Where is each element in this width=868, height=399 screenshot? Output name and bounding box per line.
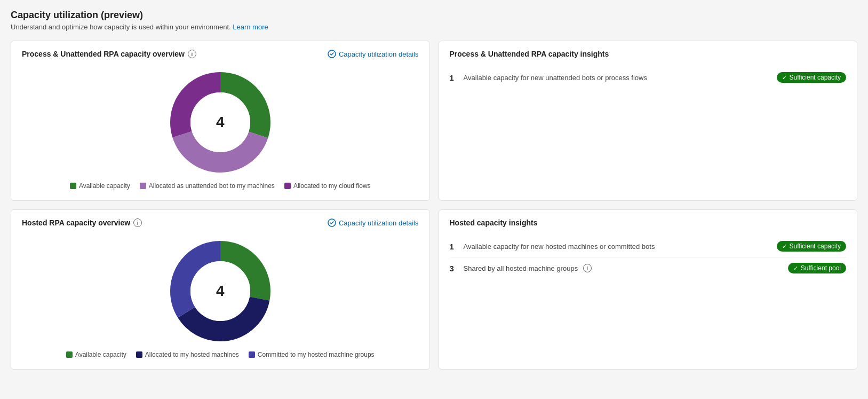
hosted-badge-check-icon-1: ✓: [793, 265, 798, 272]
hosted-legend-dot-2: [249, 351, 255, 358]
main-grid: Process & Unattended RPA capacity overvi…: [11, 41, 857, 370]
hosted-insight-row-1: 3 Shared by all hosted machine groups i …: [450, 257, 847, 279]
hosted-insight-left-1: 3 Shared by all hosted machine groups i: [450, 264, 592, 273]
hosted-insights-title: Hosted capacity insights: [450, 218, 847, 227]
hosted-overview-title: Hosted RPA capacity overview: [22, 218, 130, 227]
process-insight-number-0: 1: [450, 73, 458, 82]
process-legend-item-2: Allocated to my cloud flows: [284, 182, 371, 190]
capacity-link-icon: [328, 50, 336, 58]
process-donut-area: 4 Available capacity Allocated as unatte…: [22, 64, 419, 192]
process-legend-label-2: Allocated to my cloud flows: [293, 182, 371, 190]
process-donut-center: 4: [216, 114, 225, 131]
hosted-legend-label-1: Allocated to my hosted machines: [145, 351, 239, 358]
process-legend: Available capacity Allocated as unattend…: [70, 182, 371, 190]
hosted-legend-dot-0: [66, 351, 73, 358]
hosted-donut-area: 4 Available capacity Allocated to my hos…: [22, 232, 419, 361]
hosted-overview-details-link[interactable]: Capacity utilization details: [328, 218, 419, 227]
hosted-legend-item-0: Available capacity: [66, 351, 126, 358]
process-legend-dot-0: [70, 183, 76, 189]
process-legend-item-1: Allocated as unattended bot to my machin…: [140, 182, 275, 190]
process-insight-row-0: 1 Available capacity for new unattended …: [450, 67, 847, 88]
hosted-badge-check-icon-0: ✓: [782, 243, 787, 250]
process-overview-header: Process & Unattended RPA capacity overvi…: [22, 50, 419, 58]
process-legend-dot-1: [140, 183, 146, 189]
hosted-overview-info-icon[interactable]: i: [133, 218, 142, 227]
process-insights-card: Process & Unattended RPA capacity insigh…: [439, 41, 858, 201]
hosted-insight-text-0: Available capacity for new hosted machin…: [464, 242, 655, 251]
hosted-legend-dot-1: [136, 351, 142, 358]
page-container: Capacity utilization (preview) Understan…: [0, 0, 868, 379]
hosted-legend-label-0: Available capacity: [75, 351, 126, 358]
hosted-overview-title-area: Hosted RPA capacity overview i: [22, 218, 142, 227]
hosted-legend-label-2: Committed to my hosted machine groups: [258, 351, 375, 358]
hosted-insight-badge-0: ✓ Sufficient capacity: [777, 241, 847, 252]
process-badge-check-icon-0: ✓: [782, 74, 787, 81]
hosted-legend-item-2: Committed to my hosted machine groups: [249, 351, 375, 358]
hosted-donut-wrapper: 4: [167, 238, 274, 345]
hosted-insight-left-0: 1 Available capacity for new hosted mach…: [450, 242, 655, 251]
process-overview-title: Process & Unattended RPA capacity overvi…: [22, 50, 185, 58]
hosted-insights-card: Hosted capacity insights 1 Available cap…: [439, 209, 858, 370]
hosted-overview-card: Hosted RPA capacity overview i Capacity …: [11, 209, 430, 370]
hosted-insight-info-icon-1[interactable]: i: [583, 264, 592, 272]
page-title: Capacity utilization (preview): [11, 10, 857, 21]
process-legend-item-0: Available capacity: [70, 182, 130, 190]
process-legend-label-1: Allocated as unattended bot to my machin…: [149, 182, 275, 190]
hosted-insight-number-1: 3: [450, 264, 458, 273]
process-insight-text-0: Available capacity for new unattended bo…: [464, 74, 647, 82]
process-legend-label-0: Available capacity: [79, 182, 130, 190]
hosted-insight-badge-1: ✓ Sufficient pool: [788, 263, 846, 273]
hosted-insight-text-1: Shared by all hosted machine groups: [464, 264, 578, 272]
hosted-overview-header: Hosted RPA capacity overview i Capacity …: [22, 218, 419, 227]
process-overview-info-icon[interactable]: i: [188, 50, 196, 58]
process-overview-details-link[interactable]: Capacity utilization details: [328, 50, 419, 58]
learn-more-link[interactable]: Learn more: [233, 23, 268, 31]
hosted-insight-row-0: 1 Available capacity for new hosted mach…: [450, 236, 847, 257]
process-insight-left-0: 1 Available capacity for new unattended …: [450, 73, 647, 82]
process-donut-wrapper: 4: [167, 69, 274, 176]
process-insight-badge-0: ✓ Sufficient capacity: [777, 72, 847, 83]
page-subtitle: Understand and optimize how capacity is …: [11, 23, 857, 31]
hosted-insight-number-0: 1: [450, 242, 458, 251]
process-insights-title: Process & Unattended RPA capacity insigh…: [450, 50, 847, 58]
hosted-legend-item-1: Allocated to my hosted machines: [136, 351, 239, 358]
process-legend-dot-2: [284, 183, 291, 189]
hosted-legend: Available capacity Allocated to my hoste…: [66, 351, 375, 358]
hosted-donut-center: 4: [216, 283, 225, 300]
process-overview-card: Process & Unattended RPA capacity overvi…: [11, 41, 430, 201]
process-overview-title-area: Process & Unattended RPA capacity overvi…: [22, 50, 196, 58]
hosted-capacity-link-icon: [328, 218, 336, 227]
